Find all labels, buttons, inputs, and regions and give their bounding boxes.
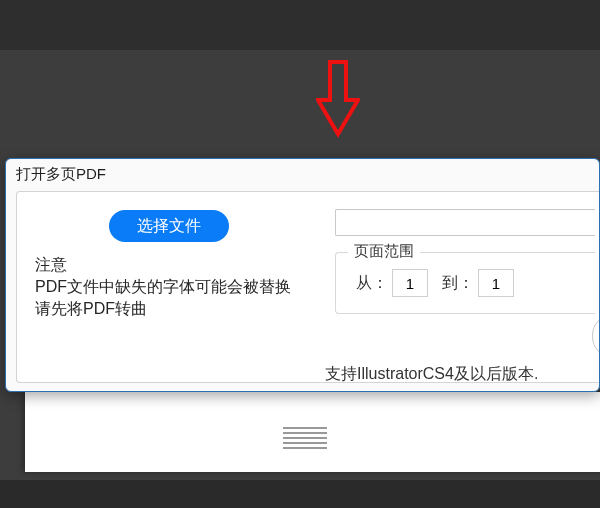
document-page <box>25 392 600 472</box>
dialog-body: 选择文件 注意 PDF文件中缺失的字体可能会被替换 请先将PDF转曲 页面范围 … <box>16 191 599 383</box>
page-thumbnail-lines <box>283 427 327 452</box>
file-path-input[interactable] <box>335 209 595 236</box>
page-range-legend: 页面范围 <box>348 242 420 261</box>
notice-line2: 请先将PDF转曲 <box>35 298 317 320</box>
from-page-input[interactable] <box>392 269 428 297</box>
annotation-arrow-down-icon <box>316 60 360 142</box>
version-support-text: 支持IllustratorCS4及以后版本. <box>325 364 538 385</box>
open-multipage-pdf-dialog: 打开多页PDF 选择文件 注意 PDF文件中缺失的字体可能会被替换 请先将PDF… <box>5 158 600 392</box>
from-label: 从： <box>356 273 388 294</box>
page-range-group: 页面范围 从： 到： <box>335 252 595 314</box>
dialog-title: 打开多页PDF <box>16 165 106 184</box>
notice-heading: 注意 <box>35 254 317 276</box>
round-button[interactable] <box>592 315 600 357</box>
select-file-button[interactable]: 选择文件 <box>109 210 229 242</box>
notice-block: 注意 PDF文件中缺失的字体可能会被替换 请先将PDF转曲 <box>35 254 317 320</box>
notice-line1: PDF文件中缺失的字体可能会被替换 <box>35 276 317 298</box>
to-label: 到： <box>442 273 474 294</box>
to-page-input[interactable] <box>478 269 514 297</box>
